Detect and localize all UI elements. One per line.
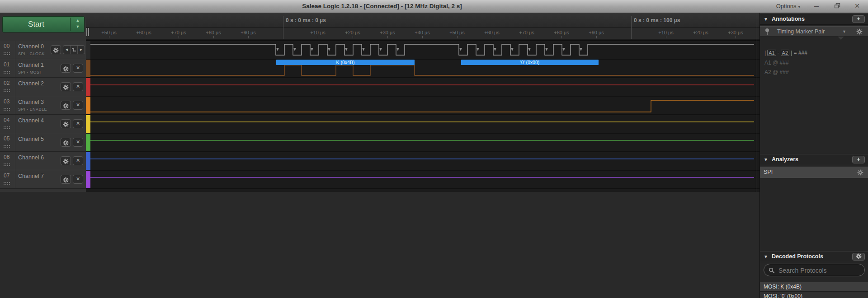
- add-analyzer-button[interactable]: +: [852, 156, 865, 163]
- channel-settings-button[interactable]: [51, 45, 61, 54]
- ruler-grip-icon[interactable]: [88, 28, 89, 36]
- channel-color-strip: [86, 78, 90, 96]
- channel-number: 02: [4, 80, 9, 86]
- options-menu-button[interactable]: Options▾: [776, 0, 800, 13]
- gear-icon: [53, 47, 59, 53]
- gear-icon: [63, 140, 69, 146]
- major-time-label: 0 s : 0 ms : 0 µs: [286, 17, 326, 23]
- trigger-edge-button[interactable]: [70, 46, 77, 54]
- channel-settings-button[interactable]: [61, 119, 71, 128]
- collapse-triangle-icon[interactable]: ▼: [764, 157, 768, 162]
- add-annotation-button[interactable]: +: [852, 15, 865, 23]
- search-protocols-input[interactable]: [778, 265, 861, 276]
- channel-remove-button[interactable]: ×: [73, 64, 83, 73]
- start-capture-button[interactable]: Start ▲ ▼: [2, 16, 85, 33]
- drag-handle-dots-icon[interactable]: [3, 163, 10, 166]
- channel-remove-button[interactable]: ×: [73, 119, 83, 128]
- channel-settings-button[interactable]: [61, 138, 71, 147]
- tick-label: +30 µs: [373, 30, 402, 35]
- channel-settings-button[interactable]: [61, 64, 71, 73]
- trigger-next-icon[interactable]: ▶: [77, 46, 85, 54]
- decoded-protocols-gear-button[interactable]: [852, 253, 865, 261]
- a1-label: A1: [764, 60, 771, 66]
- tick-label: +20 µs: [338, 30, 367, 35]
- drag-handle-dots-icon[interactable]: [3, 144, 10, 148]
- gear-icon: [856, 253, 862, 259]
- options-label: Options: [776, 3, 797, 9]
- decoded-protocol-row[interactable]: MOSI: K (0x4B): [760, 282, 868, 292]
- channel-settings-button[interactable]: [61, 101, 71, 110]
- trigger-button-group[interactable]: ◀ ▶: [63, 45, 85, 54]
- analyzers-header[interactable]: ▼ Analyzers +: [760, 154, 868, 165]
- tick-label: +60 µs: [129, 30, 158, 35]
- channel-number: 05: [4, 135, 9, 142]
- minimize-button[interactable]: –: [807, 0, 826, 12]
- channel-row-05[interactable]: 05 Channel 5 ×: [0, 133, 86, 152]
- close-button[interactable]: ×: [847, 0, 867, 12]
- channel-number: 06: [4, 154, 9, 160]
- channel-row-04[interactable]: 04 Channel 4 ×: [0, 115, 86, 133]
- row-divider: [15, 96, 15, 114]
- sample-point-arrow-icon: [328, 48, 330, 51]
- tick-mark: [596, 36, 597, 38]
- tick-label: +90 µs: [234, 30, 263, 35]
- collapse-triangle-icon[interactable]: ▼: [764, 254, 768, 259]
- row-divider: [15, 152, 15, 170]
- arrow-down-icon: ▼: [71, 24, 84, 29]
- channel-row-02[interactable]: 02 Channel 2 ×: [0, 78, 86, 96]
- channel-row-07[interactable]: 07 Channel 7 ×: [0, 170, 86, 189]
- start-options-toggle[interactable]: ▲ ▼: [71, 17, 84, 32]
- trigger-prev-icon[interactable]: ◀: [63, 46, 70, 54]
- drag-handle-dots-icon[interactable]: [3, 182, 10, 185]
- drag-handle-dots-icon[interactable]: [3, 89, 10, 92]
- drag-handle-dots-icon[interactable]: [3, 70, 10, 74]
- channel-name: Channel 7: [18, 173, 44, 179]
- channel-remove-button[interactable]: ×: [73, 138, 83, 147]
- channel-row-00[interactable]: 00 Channel 0 SPI - CLOCK ◀ ▶: [0, 41, 86, 59]
- a1-at: @: [773, 60, 778, 66]
- channel-name: Channel 0: [18, 43, 44, 50]
- decoded-protocols-header[interactable]: ▼ Decoded Protocols: [760, 251, 868, 262]
- channel-number: 00: [4, 43, 9, 49]
- channel-remove-button[interactable]: ×: [73, 156, 83, 165]
- analyzer-gear-icon[interactable]: [857, 169, 863, 177]
- channel-number: 01: [4, 61, 9, 68]
- marker-dropdown-icon[interactable]: ▼: [842, 29, 846, 34]
- a1-value: ###: [780, 60, 789, 66]
- side-panel: ▼ Annotations + Timing Marker Pair ▼ |A1…: [760, 13, 868, 298]
- annotations-header[interactable]: ▼ Annotations +: [760, 14, 868, 25]
- channel-settings-button[interactable]: [61, 82, 71, 91]
- channel-row-03[interactable]: 03 Channel 3 SPI - ENABLE ×: [0, 96, 86, 115]
- marker-gear-icon[interactable]: [856, 28, 863, 37]
- time-ruler[interactable]: +50 µs+60 µs+70 µs+80 µs+90 µs+10 µs+20 …: [86, 13, 760, 39]
- channel-remove-button[interactable]: ×: [73, 101, 83, 110]
- marker-title: Timing Marker Pair: [777, 28, 825, 35]
- channel-color-strip: [86, 171, 90, 188]
- tick-label: +10 µs: [303, 30, 332, 35]
- decoded-protocol-row[interactable]: MOSI: '0' (0x00): [760, 292, 868, 298]
- channel-row-06[interactable]: 06 Channel 6 ×: [0, 152, 86, 170]
- tick-mark: [422, 36, 423, 38]
- decode-bubble-label: '0' (0x00): [520, 60, 540, 65]
- protocol-search-box[interactable]: [764, 264, 865, 276]
- drag-handle-dots-icon[interactable]: [3, 107, 10, 111]
- enable-trace: [90, 100, 754, 112]
- collapse-triangle-icon[interactable]: ▼: [764, 17, 768, 22]
- channel-number: 03: [4, 98, 9, 105]
- channel-settings-button[interactable]: [61, 175, 71, 184]
- arrow-up-icon: ▲: [71, 18, 84, 23]
- channel-remove-button[interactable]: ×: [73, 82, 83, 91]
- channel-color-strip: [86, 97, 90, 114]
- tick-mark: [318, 36, 318, 38]
- restore-button[interactable]: [827, 0, 847, 12]
- channel-settings-button[interactable]: [61, 156, 71, 165]
- channel-remove-button[interactable]: ×: [73, 175, 83, 184]
- waveform-area[interactable]: K (0x4B)'0' (0x00): [86, 39, 760, 192]
- channel-row-01[interactable]: 01 Channel 1 SPI - MOSI ×: [0, 59, 86, 78]
- analyzer-row-spi[interactable]: SPI: [760, 167, 868, 178]
- timing-marker-pair-row[interactable]: Timing Marker Pair ▼: [760, 26, 868, 37]
- row-divider: [15, 78, 15, 96]
- ruler-grip-icon[interactable]: [86, 28, 87, 36]
- drag-handle-dots-icon[interactable]: [3, 52, 10, 55]
- drag-handle-dots-icon[interactable]: [3, 126, 10, 129]
